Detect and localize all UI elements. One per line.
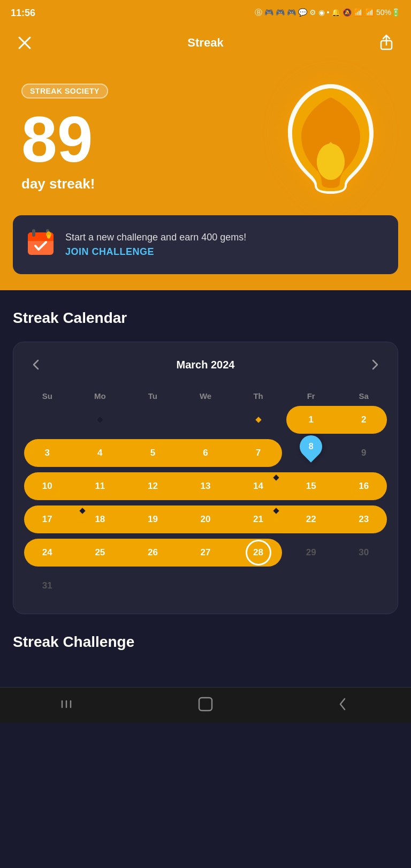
streak-label: day streak! bbox=[21, 176, 108, 192]
streak-challenge-section: Streak Challenge bbox=[0, 633, 411, 687]
day-9[interactable]: 9 bbox=[338, 438, 389, 468]
challenge-icon bbox=[26, 227, 56, 262]
day-empty bbox=[286, 571, 337, 601]
day-header-we: We bbox=[180, 387, 231, 405]
status-icons: Ⓑ 🎮 🎮 🎮 💬 ⚙ ◉ • 🔔 🔕 📶 📶 50%🔋 bbox=[255, 8, 400, 18]
calendar-week-5: 24 25 26 27 28 29 30 bbox=[22, 538, 389, 568]
day-10[interactable]: 10 bbox=[22, 471, 73, 501]
day-12[interactable]: 12 bbox=[127, 471, 178, 501]
nav-home-button[interactable] bbox=[192, 696, 219, 712]
day-26[interactable]: 26 bbox=[127, 538, 178, 568]
day-17[interactable]: 17 bbox=[22, 504, 73, 534]
join-challenge-link[interactable]: JOIN CHALLENGE bbox=[65, 246, 246, 258]
calendar-week-4: 17 18 19 20 21 22 23 bbox=[22, 504, 389, 534]
share-button[interactable] bbox=[375, 31, 398, 55]
svg-rect-8 bbox=[32, 229, 35, 237]
day-2[interactable]: 2 bbox=[338, 405, 389, 435]
calendar-section: Streak Calendar March 2024 Su Mo Tu We T… bbox=[0, 290, 411, 633]
nav-bar bbox=[0, 687, 411, 723]
day-4[interactable]: 4 bbox=[75, 438, 126, 468]
day-cell bbox=[75, 405, 126, 435]
flame-icon bbox=[272, 79, 390, 197]
day-empty bbox=[127, 571, 178, 601]
svg-rect-7 bbox=[28, 238, 54, 241]
day-16[interactable]: 16 bbox=[338, 471, 389, 501]
day-22[interactable]: 22 bbox=[286, 504, 337, 534]
day-20[interactable]: 20 bbox=[180, 504, 231, 534]
app-header: Streak bbox=[0, 26, 411, 65]
day-1[interactable]: 1 bbox=[286, 405, 337, 435]
day-24[interactable]: 24 bbox=[22, 538, 73, 568]
calendar-week-1: 1 2 bbox=[22, 405, 389, 435]
status-bar: 11:56 Ⓑ 🎮 🎮 🎮 💬 ⚙ ◉ • 🔔 🔕 📶 📶 50%🔋 bbox=[0, 0, 411, 26]
calendar-header: March 2024 bbox=[22, 355, 389, 374]
day-7[interactable]: 7 bbox=[233, 438, 284, 468]
next-month-button[interactable] bbox=[366, 355, 385, 374]
day-5[interactable]: 5 bbox=[127, 438, 178, 468]
challenge-card: Start a new challenge and earn 400 gems!… bbox=[13, 215, 398, 274]
day-29[interactable]: 29 bbox=[286, 538, 337, 568]
day-6[interactable]: 6 bbox=[180, 438, 231, 468]
day-15[interactable]: 15 bbox=[286, 471, 337, 501]
day-8-pin[interactable]: 8 bbox=[286, 438, 337, 468]
day-empty bbox=[75, 571, 126, 601]
day-30[interactable]: 30 bbox=[338, 538, 389, 568]
day-cell bbox=[180, 405, 231, 435]
day-21[interactable]: 21 bbox=[233, 504, 284, 534]
day-empty bbox=[233, 571, 284, 601]
nav-recent-apps-button[interactable] bbox=[55, 696, 82, 712]
day-empty bbox=[338, 571, 389, 601]
day-28-today[interactable]: 28 bbox=[233, 538, 284, 568]
day-27[interactable]: 27 bbox=[180, 538, 231, 568]
day-headers: Su Mo Tu We Th Fr Sa bbox=[22, 387, 389, 405]
day-header-tu: Tu bbox=[127, 387, 178, 405]
day-18[interactable]: 18 bbox=[75, 504, 126, 534]
streak-info: STREAK SOCIETY 89 day streak! bbox=[21, 84, 108, 192]
streak-number: 89 bbox=[21, 107, 108, 171]
day-31[interactable]: 31 bbox=[22, 571, 73, 601]
day-cell bbox=[22, 405, 73, 435]
nav-back-button[interactable] bbox=[329, 696, 356, 712]
day-header-sa: Sa bbox=[338, 387, 389, 405]
day-14[interactable]: 14 bbox=[233, 471, 284, 501]
calendar-month-label: March 2024 bbox=[177, 359, 235, 371]
challenge-description: Start a new challenge and earn 400 gems! bbox=[65, 232, 246, 243]
streak-challenge-title: Streak Challenge bbox=[13, 633, 398, 651]
svg-point-10 bbox=[47, 235, 50, 239]
streak-badge: STREAK SOCIETY bbox=[21, 84, 108, 99]
day-empty bbox=[180, 571, 231, 601]
day-3[interactable]: 3 bbox=[22, 438, 73, 468]
day-cell bbox=[127, 405, 178, 435]
day-cell bbox=[233, 405, 284, 435]
status-icons-text: Ⓑ 🎮 🎮 🎮 💬 ⚙ ◉ • 🔔 🔕 📶 📶 50%🔋 bbox=[255, 8, 400, 18]
calendar-title: Streak Calendar bbox=[13, 310, 398, 327]
day-header-mo: Mo bbox=[75, 387, 126, 405]
challenge-text: Start a new challenge and earn 400 gems!… bbox=[65, 232, 246, 258]
streak-hero: STREAK SOCIETY 89 day streak! bbox=[0, 65, 411, 215]
close-button[interactable] bbox=[13, 31, 36, 55]
calendar-card: March 2024 Su Mo Tu We Th Fr Sa bbox=[13, 342, 398, 614]
svg-rect-14 bbox=[199, 698, 212, 711]
day-13[interactable]: 13 bbox=[180, 471, 231, 501]
status-time: 11:56 bbox=[11, 7, 35, 19]
day-header-fr: Fr bbox=[286, 387, 337, 405]
day-11[interactable]: 11 bbox=[75, 471, 126, 501]
day-header-th: Th bbox=[233, 387, 284, 405]
calendar-week-3: 10 11 12 13 14 15 16 bbox=[22, 471, 389, 501]
calendar-week-2: 3 4 5 6 7 8 9 bbox=[22, 438, 389, 468]
header-title: Streak bbox=[36, 36, 375, 50]
day-header-su: Su bbox=[22, 387, 73, 405]
day-25[interactable]: 25 bbox=[75, 538, 126, 568]
challenge-banner: Start a new challenge and earn 400 gems!… bbox=[0, 215, 411, 290]
day-19[interactable]: 19 bbox=[127, 504, 178, 534]
calendar-week-6: 31 bbox=[22, 571, 389, 601]
prev-month-button[interactable] bbox=[26, 355, 45, 374]
day-23[interactable]: 23 bbox=[338, 504, 389, 534]
